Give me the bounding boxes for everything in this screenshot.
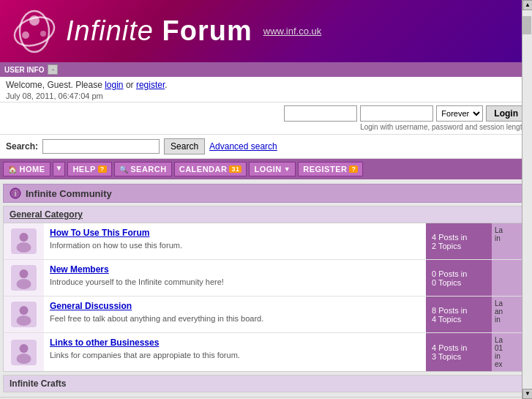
forum-stats-cell: 4 Posts in 3 Topics	[426, 333, 492, 371]
forum-info-cell: New Members Introduce yourself to the In…	[44, 260, 426, 296]
forum-description: Introduce yourself to the Infinite commu…	[50, 277, 224, 286]
search-bar: Search: Search Advanced search	[0, 135, 532, 159]
forum-icon-cell	[4, 260, 44, 296]
forum-row: General Discussion Feel free to talk abo…	[4, 297, 528, 333]
user-info-toggle[interactable]: -	[48, 64, 58, 75]
forum-name-link[interactable]: Links to other Businesses	[50, 338, 420, 348]
forum-last-post: Lain	[495, 226, 503, 242]
community-icon: i	[10, 187, 21, 199]
community-header: i Infinite Community	[3, 184, 529, 203]
forum-row: Links to other Businesses Links for comp…	[4, 333, 528, 371]
register-badge: ?	[349, 165, 358, 173]
search-nav-icon: 🔍	[119, 165, 129, 174]
scroll-down-button[interactable]: ▼	[522, 389, 532, 399]
login-password-input[interactable]	[360, 105, 433, 122]
general-category: General Category How To Use This Forum I…	[3, 206, 529, 372]
forum-name-link[interactable]: General Discussion	[50, 301, 420, 311]
forum-last-post: Laanin	[495, 299, 503, 324]
logo-icon	[11, 6, 59, 57]
crafts-section: Infinite Crafts	[3, 375, 529, 392]
login-hint: Login with username, password and sessio…	[360, 123, 526, 131]
forum-row: How To Use This Forum Information on how…	[4, 223, 528, 260]
forum-posts: 4 Posts in	[432, 233, 467, 242]
nav-search-label: SEARCH	[130, 165, 166, 174]
forum-topics: 3 Topics	[432, 352, 461, 361]
scroll-track[interactable]	[522, 10, 532, 389]
scroll-thumb	[522, 16, 531, 34]
login-area: Forever Login Login with username, passw…	[0, 102, 532, 135]
login-dropdown-icon: ▼	[284, 165, 291, 173]
forum-icon-cell	[4, 297, 44, 332]
forum-name-link[interactable]: New Members	[50, 264, 420, 275]
search-button[interactable]: Search	[164, 138, 205, 154]
nav-item-search[interactable]: 🔍 SEARCH	[114, 162, 172, 176]
svg-point-14	[20, 306, 29, 315]
svg-point-15	[17, 316, 31, 326]
forum-stats-cell: 0 Posts in 0 Topics	[426, 260, 492, 296]
help-badge: ?	[98, 165, 107, 173]
category-header: General Category	[4, 206, 528, 223]
nav-register-label: REGISTER	[303, 165, 347, 174]
search-label: Search:	[6, 141, 38, 152]
svg-point-4	[40, 31, 46, 37]
svg-point-17	[20, 344, 29, 353]
forum-info-cell: How To Use This Forum Information on how…	[44, 223, 426, 259]
user-info-bar: USER INFO -	[0, 62, 532, 77]
forum-avatar-icon	[11, 302, 37, 327]
svg-point-3	[22, 31, 29, 39]
forum-description: Information on how to use this forum.	[50, 241, 182, 250]
nav-home-dropdown[interactable]: ▼	[53, 162, 66, 176]
nav-calendar-label: CALENDAR	[179, 165, 228, 174]
calendar-badge: 31	[229, 165, 241, 173]
nav-item-help[interactable]: HELP ?	[67, 162, 111, 176]
svg-point-2	[29, 15, 40, 26]
svg-point-12	[17, 279, 31, 289]
welcome-text: Welcome, Guest. Please login or register…	[6, 80, 526, 90]
svg-point-8	[20, 233, 29, 242]
forum-stats-cell: 4 Posts in 2 Topics	[426, 223, 492, 259]
forum-topics: 4 Topics	[432, 315, 461, 324]
login-row: Forever Login	[284, 105, 526, 122]
forum-avatar-icon	[11, 228, 37, 254]
home-icon: 🏠	[8, 165, 18, 174]
nav-item-register[interactable]: REGISTER ?	[298, 162, 363, 176]
svg-point-18	[17, 354, 31, 364]
crafts-title: Infinite Crafts	[10, 379, 66, 389]
main-content: i Infinite Community General Category Ho…	[0, 179, 532, 397]
forum-description: Links for companies that are appropiate …	[50, 351, 240, 359]
forum-avatar-icon	[11, 340, 37, 365]
forum-posts: 8 Posts in	[432, 306, 467, 315]
user-info-label: USER INFO	[4, 66, 44, 74]
forum-topics: 2 Topics	[432, 242, 461, 250]
forum-name-link[interactable]: How To Use This Forum	[50, 228, 420, 238]
login-link[interactable]: login	[105, 80, 123, 90]
header-url[interactable]: www.inf.co.uk	[263, 26, 321, 37]
forum-icon-cell	[4, 223, 44, 259]
forum-posts: 0 Posts in	[432, 269, 467, 278]
nav-help-label: HELP	[72, 165, 95, 174]
nav-home-label: HOME	[20, 165, 45, 174]
login-username-input[interactable]	[284, 105, 357, 122]
forum-description: Feel free to talk about anything and eve…	[50, 314, 263, 323]
forum-info-cell: General Discussion Feel free to talk abo…	[44, 297, 426, 332]
forum-icon-cell	[4, 333, 44, 371]
forever-select[interactable]: Forever	[436, 105, 483, 122]
forum-last-post: La01inex	[495, 336, 503, 368]
svg-point-9	[17, 242, 31, 253]
forum-info-cell: Links to other Businesses Links for comp…	[44, 333, 426, 371]
nav-item-login[interactable]: LOGIN ▼	[249, 162, 296, 176]
welcome-area: Welcome, Guest. Please login or register…	[0, 77, 532, 102]
search-input[interactable]	[42, 139, 160, 154]
nav-item-home[interactable]: 🏠 HOME	[3, 162, 50, 176]
forum-row: New Members Introduce yourself to the In…	[4, 260, 528, 297]
register-link[interactable]: register	[136, 80, 165, 90]
scroll-up-button[interactable]: ▲	[522, 0, 532, 10]
community-title: Infinite Community	[26, 188, 112, 199]
forum-posts: 4 Posts in	[432, 343, 467, 352]
crafts-header: Infinite Crafts	[4, 376, 528, 392]
login-button[interactable]: Login	[486, 105, 526, 122]
category-title: General Category	[10, 209, 83, 220]
forum-stats-cell: 8 Posts in 4 Topics	[426, 297, 492, 332]
nav-item-calendar[interactable]: CALENDAR 31	[174, 162, 247, 176]
advanced-search-link[interactable]: Advanced search	[209, 141, 277, 152]
